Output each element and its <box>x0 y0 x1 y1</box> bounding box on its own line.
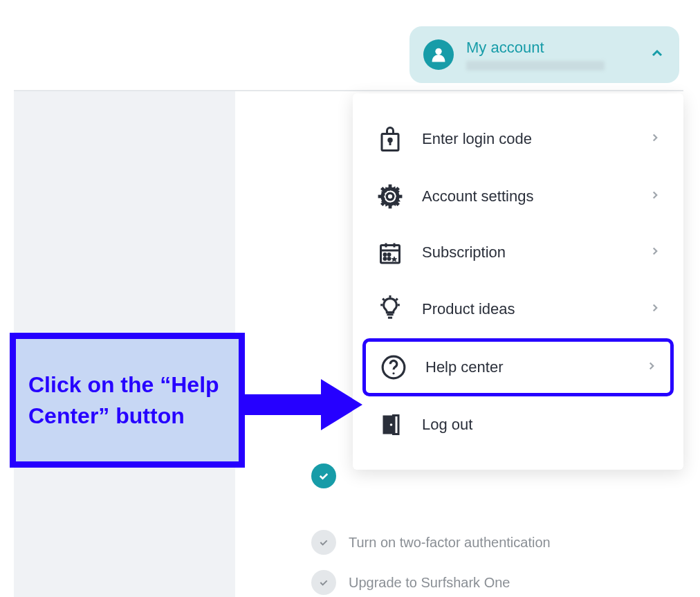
checklist-label: Turn on two-factor authentication <box>349 535 551 551</box>
menu-item-enter-login-code[interactable]: Enter login code <box>353 110 683 168</box>
chevron-up-icon <box>649 45 665 64</box>
menu-label: Subscription <box>422 244 649 261</box>
svg-point-6 <box>387 193 394 200</box>
lock-icon <box>375 125 405 153</box>
menu-item-product-ideas[interactable]: Product ideas <box>353 280 683 338</box>
svg-rect-26 <box>245 394 321 415</box>
account-title: My account <box>466 39 649 57</box>
menu-label: Product ideas <box>422 300 649 318</box>
chevron-right-icon <box>649 131 661 147</box>
arrow-icon <box>245 379 362 433</box>
checklist-label: Upgrade to Surfshark One <box>349 575 510 591</box>
callout-text: Click on the “Help Center” button <box>28 369 226 432</box>
menu-label: Account settings <box>422 187 649 205</box>
menu-label: Help center <box>425 358 645 376</box>
logout-icon <box>375 412 405 438</box>
question-icon <box>378 354 409 380</box>
menu-item-subscription[interactable]: Subscription <box>353 225 683 280</box>
svg-point-0 <box>435 48 441 55</box>
checklist-item-done <box>311 463 349 488</box>
svg-point-12 <box>388 254 390 256</box>
chevron-right-icon <box>649 189 661 204</box>
svg-point-13 <box>384 258 386 260</box>
svg-line-20 <box>396 299 397 300</box>
chevron-right-icon <box>649 302 661 317</box>
lightbulb-icon <box>375 295 405 323</box>
checklist-item-upgrade[interactable]: Upgrade to Surfshark One <box>311 570 510 595</box>
menu-label: Log out <box>422 416 661 434</box>
account-dropdown-menu: Enter login code <box>353 93 683 470</box>
my-account-button[interactable]: My account <box>409 26 679 83</box>
checklist-item-twofactor[interactable]: Turn on two-factor authentication <box>311 530 551 555</box>
gear-icon <box>375 183 405 210</box>
chevron-right-icon <box>649 245 661 260</box>
svg-point-25 <box>390 423 393 426</box>
instruction-callout: Click on the “Help Center” button <box>10 333 245 468</box>
svg-rect-24 <box>394 416 399 434</box>
menu-item-log-out[interactable]: Log out <box>353 396 683 453</box>
svg-point-11 <box>384 254 386 256</box>
check-todo-icon <box>311 530 336 555</box>
svg-point-22 <box>392 372 394 374</box>
menu-item-help-center[interactable]: Help center <box>362 338 674 396</box>
svg-point-14 <box>388 258 390 260</box>
account-email-redacted <box>466 61 605 71</box>
svg-line-19 <box>383 299 384 300</box>
check-done-icon <box>311 463 336 488</box>
svg-marker-27 <box>321 379 362 430</box>
divider <box>14 90 683 91</box>
avatar-icon <box>423 39 454 70</box>
menu-label: Enter login code <box>422 130 649 148</box>
account-text-block: My account <box>466 39 649 71</box>
menu-item-account-settings[interactable]: Account settings <box>353 168 683 225</box>
check-todo-icon <box>311 570 336 595</box>
calendar-icon <box>375 240 405 265</box>
chevron-right-icon <box>645 360 658 375</box>
svg-marker-15 <box>392 256 398 261</box>
svg-point-5 <box>383 189 398 204</box>
